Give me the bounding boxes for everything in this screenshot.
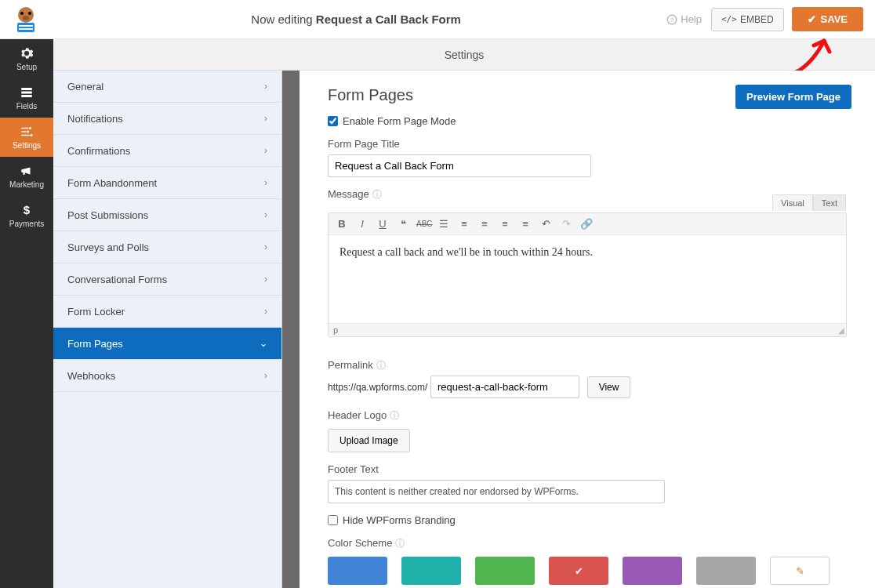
save-button[interactable]: ✔ SAVE: [792, 7, 863, 31]
redo-icon[interactable]: ↷: [559, 218, 573, 230]
svg-point-14: [31, 134, 33, 136]
help-icon[interactable]: ⓘ: [390, 410, 399, 421]
color-swatch[interactable]: [328, 557, 387, 585]
nav-marketing[interactable]: Marketing: [0, 157, 53, 196]
align-left-icon[interactable]: ≡: [477, 218, 492, 230]
settings-item-surveys-and-polls[interactable]: Surveys and Polls›: [53, 231, 281, 263]
svg-rect-5: [19, 25, 33, 27]
bold-icon[interactable]: B: [335, 218, 349, 230]
color-swatch[interactable]: ✔: [549, 557, 608, 585]
form-name: Request a Call Back Form: [316, 13, 461, 26]
editing-title: Now editing Request a Call Back Form: [45, 13, 666, 26]
link-icon[interactable]: 🔗: [579, 218, 594, 230]
align-center-icon[interactable]: ≡: [498, 218, 512, 230]
eyedropper-icon: ✎: [796, 565, 804, 577]
footer-text-input[interactable]: [328, 480, 665, 503]
svg-rect-4: [17, 23, 34, 32]
preview-form-button[interactable]: Preview Form Page: [735, 85, 851, 109]
chevron-right-icon: ›: [264, 209, 267, 220]
form-page-title-input[interactable]: [328, 154, 591, 177]
settings-item-post-submissions[interactable]: Post Submissions›: [53, 199, 281, 231]
nav-payments[interactable]: $ Payments: [0, 196, 53, 235]
bullhorn-icon: [20, 164, 34, 178]
editing-prefix: Now editing: [251, 13, 316, 26]
header-logo-label: Header Logo: [328, 409, 387, 421]
editor-toolbar: B I U ❝ ABC ☰ ≡ ≡ ≡ ≡ ↶ ↷ 🔗: [329, 213, 846, 235]
svg-point-13: [27, 131, 29, 133]
color-swatch[interactable]: [475, 557, 535, 585]
editor-tab-visual[interactable]: Visual: [772, 194, 813, 211]
help-icon[interactable]: ⓘ: [395, 538, 405, 549]
enable-form-page-label: Enable Form Page Mode: [343, 115, 456, 127]
undo-icon[interactable]: ↶: [539, 218, 553, 230]
settings-list: General›Notifications›Confirmations›Form…: [53, 71, 282, 588]
hide-branding-label: Hide WPForms Branding: [343, 514, 456, 526]
color-swatch[interactable]: [401, 557, 461, 585]
chevron-right-icon: ›: [264, 177, 267, 188]
align-right-icon[interactable]: ≡: [518, 218, 532, 230]
chevron-right-icon: ›: [264, 113, 267, 124]
chevron-right-icon: ›: [264, 241, 267, 252]
svg-point-1: [20, 12, 24, 15]
top-bar: Now editing Request a Call Back Form ? H…: [0, 0, 875, 39]
color-swatch[interactable]: [623, 557, 682, 585]
strike-icon[interactable]: ABC: [416, 220, 430, 228]
chevron-right-icon: ›: [264, 274, 267, 285]
italic-icon[interactable]: I: [355, 218, 369, 230]
svg-rect-11: [21, 95, 32, 97]
settings-item-confirmations[interactable]: Confirmations›: [53, 135, 281, 167]
list-bullet-icon[interactable]: ☰: [437, 218, 451, 230]
help-icon[interactable]: ⓘ: [372, 189, 382, 200]
enable-form-page-checkbox[interactable]: [328, 116, 338, 126]
settings-item-form-pages[interactable]: Form Pages⌄: [53, 328, 281, 360]
editor-tab-text[interactable]: Text: [813, 194, 846, 211]
editor-body[interactable]: Request a call back and we'll be in touc…: [329, 235, 846, 323]
svg-rect-9: [21, 88, 32, 90]
chevron-right-icon: ›: [264, 145, 267, 156]
color-swatch[interactable]: [696, 557, 756, 585]
settings-item-form-abandonment[interactable]: Form Abandonment›: [53, 167, 281, 199]
chevron-right-icon: ›: [264, 370, 267, 381]
content-panel: Preview Form Page Form Pages Enable Form…: [300, 71, 875, 588]
svg-text:$: $: [24, 203, 31, 216]
settings-item-webhooks[interactable]: Webhooks›: [53, 360, 281, 392]
svg-point-12: [29, 127, 31, 129]
quote-icon[interactable]: ❝: [396, 218, 410, 230]
embed-button[interactable]: </> EMBED: [711, 8, 784, 31]
help-icon[interactable]: ⓘ: [376, 360, 386, 371]
help-icon: ?: [666, 14, 677, 25]
check-icon: ✔: [808, 13, 816, 25]
permalink-slug-input[interactable]: [430, 376, 579, 398]
section-header: Settings: [53, 39, 875, 71]
color-scheme-label: Color Scheme: [328, 537, 392, 549]
embed-icon: </>: [721, 14, 737, 24]
svg-point-2: [28, 12, 31, 15]
scroll-gap: [282, 71, 300, 588]
nav-fields[interactable]: Fields: [0, 78, 53, 118]
logo: [6, 2, 45, 37]
sliders-icon: [20, 125, 34, 139]
nav-settings[interactable]: Settings: [0, 118, 53, 157]
left-nav: Setup Fields Settings Marketing $ Paymen…: [0, 39, 53, 588]
editor-path: p◢: [329, 323, 846, 336]
underline-icon[interactable]: U: [376, 218, 390, 230]
help-link[interactable]: ? Help: [666, 13, 702, 25]
color-picker-button[interactable]: ✎: [770, 557, 830, 585]
message-label: Message: [328, 188, 369, 200]
nav-setup[interactable]: Setup: [0, 39, 53, 78]
list-number-icon[interactable]: ≡: [457, 218, 471, 230]
gear-icon: [20, 46, 34, 60]
settings-item-notifications[interactable]: Notifications›: [53, 103, 281, 135]
message-editor: Visual Text B I U ❝ ABC ☰ ≡ ≡ ≡: [328, 212, 847, 337]
settings-item-general[interactable]: General›: [53, 71, 281, 103]
dollar-icon: $: [20, 203, 34, 217]
resize-handle-icon[interactable]: ◢: [838, 326, 844, 335]
view-button[interactable]: View: [587, 376, 631, 398]
svg-rect-6: [19, 28, 33, 30]
settings-item-conversational-forms[interactable]: Conversational Forms›: [53, 263, 281, 296]
hide-branding-checkbox[interactable]: [328, 515, 338, 525]
settings-item-form-locker[interactable]: Form Locker›: [53, 296, 281, 328]
chevron-down-icon: ⌄: [260, 338, 267, 349]
svg-text:?: ?: [670, 16, 673, 23]
upload-image-button[interactable]: Upload Image: [328, 429, 410, 452]
